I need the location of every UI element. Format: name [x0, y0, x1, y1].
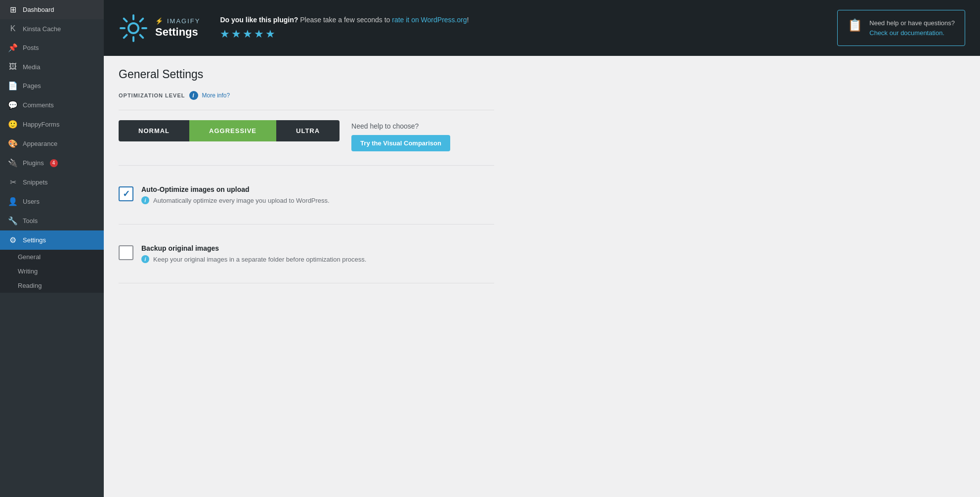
sidebar-item-appearance[interactable]: 🎨Appearance: [0, 134, 104, 153]
divider-2: [119, 165, 494, 166]
sidebar-item-tools[interactable]: 🔧Tools: [0, 211, 104, 230]
optimization-controls: NORMALAGGRESSIVEULTRA Need help to choos…: [119, 120, 494, 153]
settings-row-desc-backup-original: iKeep your original images in a separate…: [141, 255, 494, 263]
imagify-settings-title: Settings: [155, 26, 200, 39]
svg-line-8: [124, 35, 127, 38]
sidebar-label-comments: Comments: [23, 101, 54, 109]
checkbox-backup-original[interactable]: [119, 245, 133, 260]
imagify-logo-text: ⚡ IMAGIFY Settings: [155, 17, 200, 39]
sidebar-icon-tools: 🔧: [8, 216, 18, 226]
sidebar-item-settings[interactable]: ⚙Settings: [0, 230, 104, 250]
sidebar-icon-settings: ⚙: [8, 235, 18, 245]
sidebar-icon-appearance: 🎨: [8, 139, 18, 148]
settings-row-title-backup-original: Backup original images: [141, 244, 494, 252]
svg-line-6: [140, 35, 143, 38]
page-title: General Settings: [119, 68, 494, 81]
promo-link[interactable]: rate it on WordPress.org: [392, 16, 467, 24]
header-logo-area: ⚡ IMAGIFY Settings: [119, 13, 200, 43]
sidebar-label-snippets: Snippets: [23, 179, 48, 186]
sidebar-item-happyforms[interactable]: 🙂HappyForms: [0, 115, 104, 134]
main-content: ⚡ IMAGIFY Settings Do you like this plug…: [104, 0, 980, 497]
optimization-level-text: OPTIMIZATION LEVEL: [119, 92, 185, 98]
sidebar-item-dashboard[interactable]: ⊞Dashboard: [0, 0, 104, 19]
settings-row-auto-optimize: ✓Auto-Optimize images on uploadiAutomati…: [119, 176, 494, 214]
sidebar-item-plugins[interactable]: 🔌Plugins4: [0, 153, 104, 173]
sidebar-label-tools: Tools: [23, 217, 38, 225]
more-info-link[interactable]: More info?: [202, 92, 230, 99]
sidebar-label-dashboard: Dashboard: [23, 6, 54, 13]
promo-text: Do you like this plugin? Please take a f…: [220, 16, 817, 24]
header-middle: Do you like this plugin? Please take a f…: [210, 16, 827, 41]
settings-rows: ✓Auto-Optimize images on uploadiAutomati…: [119, 176, 494, 283]
stars-rating: ★★★★★: [220, 28, 817, 41]
help-title: Need help or have questions?: [869, 19, 955, 27]
opt-help: Need help to choose? Try the Visual Comp…: [351, 122, 450, 151]
sidebar-icon-dashboard: ⊞: [8, 5, 18, 14]
sidebar-label-plugins: Plugins: [23, 159, 44, 167]
help-document-icon: 📋: [848, 18, 862, 32]
sidebar-submenu-item-general[interactable]: General: [0, 250, 104, 264]
sidebar-label-settings: Settings: [23, 236, 46, 244]
settings-row-content-backup-original: Backup original imagesiKeep your origina…: [141, 244, 494, 263]
sidebar: ⊞DashboardKKinsta Cache📌Posts🖼Media📄Page…: [0, 0, 104, 497]
sidebar-label-pages: Pages: [23, 82, 41, 90]
opt-level-buttons: NORMALAGGRESSIVEULTRA: [119, 120, 340, 141]
header-banner: ⚡ IMAGIFY Settings Do you like this plug…: [104, 0, 980, 56]
sidebar-icon-media: 🖼: [8, 62, 18, 71]
imagify-brand-icon: ⚡: [155, 17, 164, 25]
sidebar-icon-pages: 📄: [8, 81, 18, 90]
help-text: Need help or have questions? Check our d…: [869, 18, 955, 38]
sidebar-item-pages[interactable]: 📄Pages: [0, 76, 104, 95]
settings-info-icon-backup-original[interactable]: i: [141, 255, 149, 263]
divider-settings-0: [119, 224, 494, 225]
sidebar-label-happyforms: HappyForms: [23, 121, 59, 128]
settings-info-icon-auto-optimize[interactable]: i: [141, 196, 149, 204]
header-help-box: 📋 Need help or have questions? Check our…: [837, 10, 965, 46]
svg-line-7: [140, 18, 143, 21]
page-body: General Settings OPTIMIZATION LEVEL i Mo…: [104, 56, 980, 497]
sidebar-submenu-settings: GeneralWritingReading: [0, 250, 104, 293]
settings-row-backup-original: Backup original imagesiKeep your origina…: [119, 234, 494, 273]
optimization-level-label: OPTIMIZATION LEVEL i More info?: [119, 91, 494, 100]
optimization-info-icon[interactable]: i: [189, 91, 198, 100]
sidebar-item-media[interactable]: 🖼Media: [0, 57, 104, 76]
settings-row-title-auto-optimize: Auto-Optimize images on upload: [141, 185, 494, 193]
divider-1: [119, 110, 494, 110]
sidebar-label-posts: Posts: [23, 44, 39, 51]
checkbox-auto-optimize[interactable]: ✓: [119, 186, 133, 201]
promo-exclamation: !: [467, 16, 469, 24]
sidebar-icon-kinsta-cache: K: [8, 24, 18, 33]
sidebar-submenu-item-reading[interactable]: Reading: [0, 278, 104, 293]
sidebar-item-kinsta-cache[interactable]: KKinsta Cache: [0, 19, 104, 38]
opt-button-normal[interactable]: NORMAL: [119, 120, 189, 141]
sidebar-submenu-item-writing[interactable]: Writing: [0, 264, 104, 278]
help-documentation-link[interactable]: Check our documentation.: [869, 28, 955, 38]
sidebar-icon-happyforms: 🙂: [8, 120, 18, 129]
sidebar-label-appearance: Appearance: [23, 140, 57, 147]
sidebar-item-users[interactable]: 👤Users: [0, 192, 104, 211]
sidebar-label-users: Users: [23, 198, 40, 205]
checkmark-auto-optimize: ✓: [123, 188, 130, 199]
settings-desc-text-backup-original: Keep your original images in a separate …: [153, 256, 366, 263]
sidebar-icon-posts: 📌: [8, 43, 18, 52]
settings-desc-text-auto-optimize: Automatically optimize every image you u…: [153, 197, 330, 204]
svg-line-5: [124, 18, 127, 21]
sidebar-item-snippets[interactable]: ✂Snippets: [0, 173, 104, 192]
sidebar-item-posts[interactable]: 📌Posts: [0, 38, 104, 57]
imagify-brand: ⚡ IMAGIFY: [155, 17, 200, 25]
sidebar-icon-users: 👤: [8, 197, 18, 206]
sidebar-icon-plugins: 🔌: [8, 158, 18, 168]
settings-row-content-auto-optimize: Auto-Optimize images on uploadiAutomatic…: [141, 185, 494, 204]
divider-settings-1: [119, 283, 494, 283]
sidebar-item-comments[interactable]: 💬Comments: [0, 95, 104, 115]
sidebar-label-kinsta-cache: Kinsta Cache: [23, 25, 61, 33]
opt-button-aggressive[interactable]: AGGRESSIVE: [189, 120, 276, 141]
promo-text-after: Please take a few seconds to: [300, 16, 392, 24]
visual-comparison-button[interactable]: Try the Visual Comparison: [351, 135, 450, 151]
svg-point-0: [128, 23, 138, 33]
opt-button-ultra[interactable]: ULTRA: [276, 120, 340, 141]
sidebar-icon-comments: 💬: [8, 100, 18, 110]
imagify-brand-name: IMAGIFY: [167, 17, 200, 25]
content-width-wrapper: General Settings OPTIMIZATION LEVEL i Mo…: [119, 68, 494, 283]
sidebar-badge-plugins: 4: [50, 159, 58, 167]
